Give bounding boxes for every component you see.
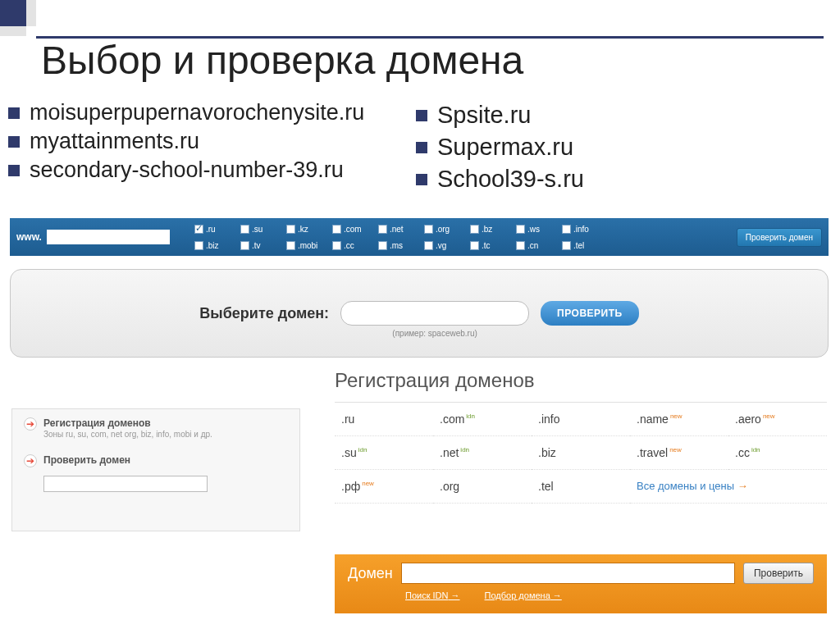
list-item: myattainments.ru [8, 129, 416, 154]
reg-domains-item[interactable]: ➔ Регистрация доменов Зоны ru, su, com, … [24, 417, 288, 440]
checkbox-icon[interactable] [470, 241, 479, 250]
checkbox-icon[interactable] [378, 225, 387, 234]
tld-label: .net [390, 225, 404, 234]
checkbox-icon[interactable] [516, 225, 525, 234]
domain-suggest-link[interactable]: Подбор домена [485, 590, 562, 600]
reg-subtitle: Зоны ru, su, com, net org, biz, info, mo… [43, 429, 212, 440]
tld-label: .biz [206, 241, 219, 250]
domain-text: Supermax.ru [437, 134, 573, 161]
tld-cell[interactable]: .tel [532, 470, 630, 504]
tld-cell[interactable]: .suidn [335, 436, 433, 470]
checkbox-icon[interactable] [424, 241, 433, 250]
tld-checkbox-item[interactable]: .ru [194, 225, 239, 234]
domain-label: Домен [348, 565, 393, 582]
tld-checkbox-item[interactable]: .mobi [286, 241, 331, 250]
tld-label: .mobi [298, 241, 317, 250]
tld-checkbox-item[interactable]: .cc [332, 241, 377, 250]
tld-cell[interactable]: .org [433, 470, 532, 504]
tld-cell[interactable]: .рфnew [335, 470, 433, 504]
badge: new [362, 480, 374, 487]
checkbox-icon[interactable] [286, 225, 295, 234]
checkbox-icon[interactable] [332, 241, 341, 250]
check-domain-title: Проверить домен [43, 454, 130, 467]
badge: new [670, 412, 682, 420]
domain-search-input[interactable] [401, 563, 735, 584]
checkbox-icon[interactable] [240, 241, 249, 250]
list-item: Supermax.ru [416, 134, 824, 161]
domain-select-input[interactable] [340, 301, 529, 326]
tld-checkbox-item[interactable]: .ms [378, 241, 422, 250]
tld-checkbox-item[interactable]: .vg [424, 241, 468, 250]
example-text: (пример: spaceweb.ru) [340, 329, 529, 338]
tld-checkbox-item[interactable]: .info [562, 225, 606, 234]
tld-checkbox-item[interactable]: .biz [194, 241, 239, 250]
bullet-icon [8, 107, 20, 119]
tld-cell[interactable]: .netidn [433, 436, 532, 470]
checkbox-icon[interactable] [470, 225, 479, 234]
search-button[interactable]: Проверить [743, 563, 814, 584]
tld-label: .ru [206, 225, 216, 234]
domain-select-panel: Выберите домен: (пример: spaceweb.ru) ПР… [10, 269, 829, 358]
bullet-icon [8, 136, 20, 148]
slide-corner-decor [0, 0, 840, 39]
check-domain-item[interactable]: ➔ Проверить домен [24, 454, 288, 467]
checkbox-icon[interactable] [378, 241, 387, 250]
tld-cell[interactable]: .biz [532, 436, 630, 470]
bullet-icon [8, 165, 20, 176]
checkbox-icon[interactable] [332, 225, 341, 234]
tld-checkbox-item[interactable]: .tv [240, 241, 285, 250]
tld-label: .info [573, 225, 589, 234]
badge: idn [460, 446, 469, 454]
tld-label: .ms [390, 241, 403, 250]
tld-table: .ru.comidn.info.namenew.aeronew.suidn.ne… [335, 402, 827, 504]
list-item: secondary-school-number-39.ru [8, 157, 416, 183]
checkbox-icon[interactable] [424, 225, 433, 234]
tld-checkbox-item[interactable]: .su [240, 225, 285, 234]
badge: idn [751, 446, 760, 454]
checkbox-icon[interactable] [240, 225, 249, 234]
list-item: Spsite.ru [416, 102, 824, 129]
tld-checkbox-item[interactable]: .tc [470, 241, 514, 250]
tld-label: .bz [482, 225, 492, 234]
tld-checkbox-item[interactable]: .tel [562, 241, 606, 250]
checkbox-icon[interactable] [562, 225, 571, 234]
tld-cell[interactable]: .travelnew [630, 436, 728, 470]
checkbox-icon[interactable] [516, 241, 525, 250]
badge: idn [358, 446, 368, 454]
domain-input[interactable] [47, 230, 170, 244]
tld-checkbox-item[interactable]: .cn [516, 241, 560, 250]
registration-sidebar: ➔ Регистрация доменов Зоны ru, su, com, … [11, 408, 300, 531]
checkbox-icon[interactable] [562, 241, 571, 250]
tld-label: .cn [527, 241, 538, 250]
checkbox-icon[interactable] [286, 241, 295, 250]
tld-label: .tc [482, 241, 491, 250]
tld-cell[interactable]: .info [532, 403, 630, 436]
domain-search-bar: Домен Проверить Поиск IDN Подбор домена [335, 554, 827, 613]
check-domain-button[interactable]: Проверить домен [737, 228, 822, 247]
tld-checkbox-item[interactable]: .ws [516, 225, 560, 234]
tld-cell[interactable]: .ru [335, 403, 433, 436]
tld-checkbox-item[interactable]: .net [378, 225, 422, 234]
right-column: Spsite.ru Supermax.ru School39-s.ru [416, 97, 824, 198]
tld-checkbox-item[interactable]: .com [332, 225, 377, 234]
idn-search-link[interactable]: Поиск IDN [405, 590, 460, 600]
check-button[interactable]: ПРОВЕРИТЬ [541, 301, 639, 326]
tld-label: .cc [344, 241, 354, 250]
tld-cell[interactable]: .comidn [433, 403, 532, 436]
select-domain-label: Выберите домен: [199, 305, 329, 322]
tld-checkbox-item[interactable]: .org [424, 225, 468, 234]
domain-text: moisuperpupernavorochenysite.ru [30, 100, 364, 125]
check-domain-input[interactable] [43, 476, 208, 492]
tld-cell[interactable]: .aeronew [728, 403, 827, 436]
domain-text: Spsite.ru [437, 102, 531, 129]
tld-label: .com [344, 225, 362, 234]
tld-cell[interactable]: .namenew [630, 403, 728, 436]
tld-checkbox-item[interactable]: .bz [470, 225, 514, 234]
checkbox-icon[interactable] [194, 225, 203, 234]
tld-check-bar: www. .ru.su.kz.com.net.org.bz.ws.info.bi… [10, 218, 829, 256]
tld-cell[interactable]: .ccidn [728, 436, 827, 470]
checkbox-icon[interactable] [194, 241, 203, 250]
all-domains-link[interactable]: Все домены и цены → [630, 470, 827, 504]
arrow-right-icon: ➔ [24, 454, 37, 467]
tld-checkbox-item[interactable]: .kz [286, 225, 331, 234]
